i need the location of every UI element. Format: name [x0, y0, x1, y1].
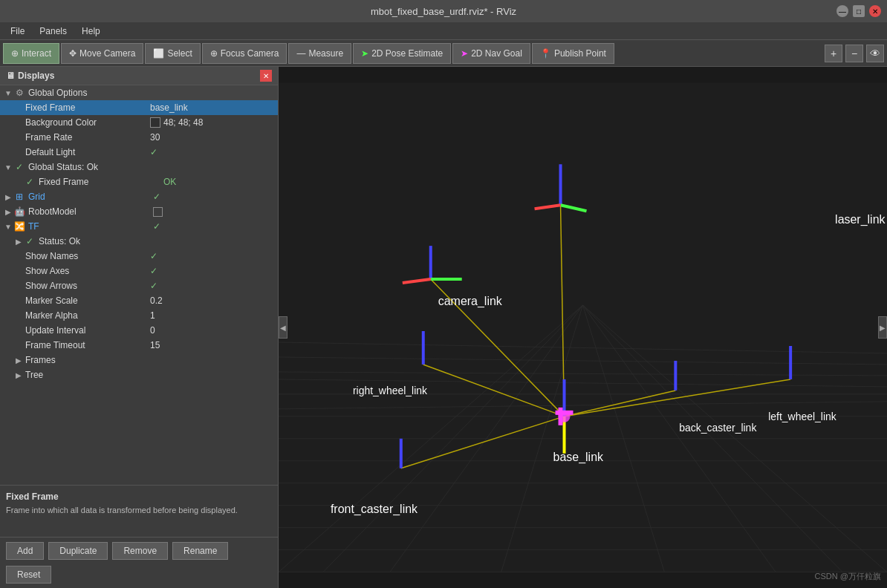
global-options-row[interactable]: ▼ ⚙ Global Options [0, 85, 278, 100]
expand-robot-model[interactable]: ▶ [3, 208, 13, 216]
default-light-value: ✓ [150, 147, 278, 157]
view-button[interactable]: 👁 [866, 45, 884, 62]
camera-link-label: camera_link [438, 295, 502, 308]
frame-rate-label: Frame Rate [24, 132, 150, 143]
publish-point-button[interactable]: 📍 Publish Point [532, 43, 614, 64]
ff-status-label: Fixed Frame [37, 177, 163, 187]
show-arrows-row[interactable]: Show Arrows ✓ [0, 278, 278, 293]
show-axes-check[interactable]: ✓ [150, 266, 157, 276]
show-arrows-check[interactable]: ✓ [150, 281, 157, 291]
tf-label: TF [27, 221, 153, 232]
frame-timeout-row[interactable]: Frame Timeout 15 [0, 338, 278, 353]
remove-button[interactable]: Remove [112, 542, 168, 560]
minimize-button[interactable]: — [836, 5, 848, 17]
tree-row-item[interactable]: ▶ Tree [0, 368, 278, 382]
nav-goal-label: 2D Nav Goal [471, 48, 522, 59]
collapse-right-arrow[interactable]: ▶ [878, 316, 887, 339]
displays-header: 🖥 Displays ✕ [0, 67, 278, 85]
select-button[interactable]: ⬜ Select [145, 43, 200, 64]
fixed-frame-status-row[interactable]: ✓ Fixed Frame OK [0, 174, 278, 189]
background-color-row[interactable]: Background Color 48; 48; 48 [0, 115, 278, 130]
global-status-row[interactable]: ▼ ✓ Global Status: Ok [0, 160, 278, 174]
expand-tree[interactable]: ▶ [13, 371, 24, 379]
duplicate-button[interactable]: Duplicate [48, 542, 108, 560]
global-status-icon: ✓ [13, 161, 25, 173]
grid-row[interactable]: ▶ ⊞ Grid ✓ [0, 189, 278, 204]
menu-help[interactable]: Help [74, 24, 108, 38]
marker-alpha-label: Marker Alpha [24, 310, 150, 321]
frame-rate-value: 30 [150, 132, 278, 143]
update-interval-value: 0 [150, 325, 278, 336]
global-options-label: Global Options [27, 88, 153, 98]
show-axes-label: Show Axes [24, 266, 150, 276]
bg-color-swatch[interactable] [150, 117, 160, 128]
tf-status-icon: ✓ [24, 235, 36, 247]
interact-label: Interact [22, 48, 51, 59]
tree-area[interactable]: ▼ ⚙ Global Options Fixed Frame base_link… [0, 85, 278, 485]
tf-icon: 🔀 [13, 220, 25, 232]
add-button[interactable]: Add [6, 542, 44, 560]
close-button[interactable]: ✕ [869, 5, 881, 17]
displays-close-button[interactable]: ✕ [260, 70, 272, 82]
show-names-label: Show Names [24, 251, 150, 261]
tf-row[interactable]: ▼ 🔀 TF ✓ [0, 219, 278, 234]
maximize-button[interactable]: □ [853, 5, 865, 17]
menu-panels[interactable]: Panels [32, 24, 74, 38]
frames-row[interactable]: ▶ Frames [0, 353, 278, 368]
grid-check[interactable]: ✓ [153, 192, 160, 202]
expand-tf[interactable]: ▼ [3, 223, 13, 231]
show-axes-row[interactable]: Show Axes ✓ [0, 264, 278, 278]
pose-estimate-label: 2D Pose Estimate [371, 48, 443, 59]
tf-status-row[interactable]: ▶ ✓ Status: Ok [0, 234, 278, 249]
expand-tf-status[interactable]: ▶ [13, 238, 24, 246]
pose-estimate-button[interactable]: ➤ 2D Pose Estimate [353, 43, 451, 64]
pose-estimate-icon: ➤ [361, 48, 368, 59]
bottom-buttons: Add Duplicate Remove Rename [0, 537, 278, 564]
3d-scene: laser_link camera_link right_wheel_link … [279, 67, 887, 588]
show-names-row[interactable]: Show Names ✓ [0, 249, 278, 264]
robot-model-label: RobotModel [27, 206, 153, 217]
add-display-button[interactable]: + [825, 45, 842, 62]
robot-model-checkbox[interactable] [153, 207, 163, 217]
window-title: mbot_fixed_base_urdf.rviz* - RViz [371, 6, 516, 17]
show-names-check[interactable]: ✓ [150, 251, 157, 261]
default-light-check[interactable]: ✓ [150, 147, 157, 157]
main-layout: 🖥 Displays ✕ ▼ ⚙ Global Options Fixed Fr… [0, 67, 887, 588]
frame-rate-row[interactable]: Frame Rate 30 [0, 130, 278, 145]
global-status-label: Global Status: Ok [27, 162, 153, 172]
settings-icon: ⚙ [13, 87, 25, 99]
robot-model-row[interactable]: ▶ 🤖 RobotModel [0, 204, 278, 219]
interact-button[interactable]: ⊕ Interact [3, 43, 59, 64]
nav-goal-button[interactable]: ➤ 2D Nav Goal [452, 43, 530, 64]
focus-camera-icon: ⊕ [210, 48, 218, 59]
rename-button[interactable]: Rename [172, 542, 228, 560]
tf-value: ✓ [153, 221, 278, 232]
tf-check[interactable]: ✓ [153, 221, 160, 232]
focus-camera-button[interactable]: ⊕ Focus Camera [202, 43, 287, 64]
expand-grid[interactable]: ▶ [3, 193, 13, 201]
menu-file[interactable]: File [3, 24, 32, 38]
measure-button[interactable]: — Measure [288, 43, 351, 64]
tf-status-label: Status: Ok [37, 236, 163, 246]
default-light-row[interactable]: Default Light ✓ [0, 145, 278, 160]
move-camera-label: Move Camera [79, 48, 135, 59]
expand-frames[interactable]: ▶ [13, 356, 24, 365]
right-wheel-label: right_wheel_link [353, 385, 427, 396]
background-color-label: Background Color [24, 117, 150, 128]
update-interval-row[interactable]: Update Interval 0 [0, 323, 278, 338]
expand-global-options[interactable]: ▼ [3, 89, 13, 97]
marker-alpha-row[interactable]: Marker Alpha 1 [0, 308, 278, 323]
remove-display-button[interactable]: − [845, 45, 863, 62]
reset-button[interactable]: Reset [6, 566, 51, 584]
select-label: Select [167, 48, 192, 59]
displays-panel: 🖥 Displays ✕ ▼ ⚙ Global Options Fixed Fr… [0, 67, 279, 588]
fixed-frame-row[interactable]: Fixed Frame base_link [0, 100, 278, 115]
viewport[interactable]: ◀ ▶ [279, 67, 887, 588]
expand-global-status[interactable]: ▼ [3, 163, 13, 172]
move-camera-button[interactable]: ✥ Move Camera [61, 43, 143, 64]
displays-title-label: Displays [18, 71, 54, 81]
marker-scale-row[interactable]: Marker Scale 0.2 [0, 293, 278, 308]
fixed-frame-label: Fixed Frame [24, 102, 150, 113]
displays-title-area: 🖥 Displays [6, 71, 54, 81]
collapse-left-arrow[interactable]: ◀ [279, 316, 287, 339]
